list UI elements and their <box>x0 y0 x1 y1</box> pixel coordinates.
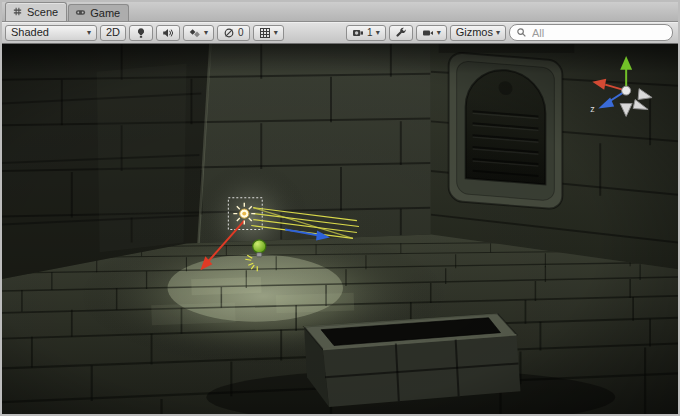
speaker-icon <box>162 27 174 39</box>
audio-toggle[interactable] <box>156 25 180 41</box>
vignette <box>2 44 678 414</box>
tab-bar: Scene Game <box>2 2 678 22</box>
chevron-down-icon: ▾ <box>274 29 278 37</box>
tab-game[interactable]: Game <box>68 4 129 21</box>
hidden-object-count: 0 <box>238 28 244 38</box>
visibility-toggle[interactable]: 0 <box>217 25 250 41</box>
axis-center-handle[interactable] <box>622 86 631 95</box>
camera-dropdown[interactable]: ▾ <box>416 25 447 41</box>
unity-scene-window: Scene Game Shaded ▾ 2D <box>0 0 680 416</box>
search-box[interactable] <box>509 24 673 41</box>
tools-button[interactable] <box>389 25 413 41</box>
effects-icon <box>189 27 201 39</box>
draw-mode-dropdown[interactable]: Shaded ▾ <box>5 25 97 41</box>
tab-scene-label: Scene <box>27 6 58 18</box>
light-bulb-icon <box>135 27 147 39</box>
tab-scene[interactable]: Scene <box>5 2 67 21</box>
eye-slash-icon <box>223 27 235 39</box>
scene-render: z <box>2 44 678 414</box>
chevron-down-icon: ▾ <box>87 29 91 37</box>
2d-toggle[interactable]: 2D <box>100 25 126 41</box>
search-icon <box>516 27 527 38</box>
tab-game-label: Game <box>90 7 120 19</box>
camera-count-dropdown[interactable]: 1 ▾ <box>346 25 386 41</box>
scene-tab-icon <box>12 6 23 17</box>
grid-visibility-dropdown[interactable]: ▾ <box>253 25 284 41</box>
grid-icon <box>259 27 271 39</box>
lighting-toggle[interactable] <box>129 25 153 41</box>
camera-icon <box>352 27 364 39</box>
camera-count: 1 <box>367 28 373 38</box>
chevron-down-icon: ▾ <box>204 29 208 37</box>
video-camera-icon <box>422 27 434 39</box>
2d-label: 2D <box>106 27 120 38</box>
axis-z-label: z <box>590 104 595 114</box>
chevron-down-icon: ▾ <box>496 29 500 37</box>
draw-mode-label: Shaded <box>11 27 49 38</box>
gizmos-label: Gizmos <box>456 27 493 38</box>
chevron-down-icon: ▾ <box>437 29 441 37</box>
effects-dropdown[interactable]: ▾ <box>183 25 214 41</box>
chevron-down-icon: ▾ <box>376 29 380 37</box>
search-input[interactable] <box>530 26 666 40</box>
wrench-icon <box>395 27 407 39</box>
game-tab-icon <box>75 7 86 18</box>
scene-viewport[interactable]: z <box>2 44 678 414</box>
scene-toolbar: Shaded ▾ 2D ▾ <box>2 22 678 44</box>
gizmos-dropdown[interactable]: Gizmos ▾ <box>450 25 506 41</box>
